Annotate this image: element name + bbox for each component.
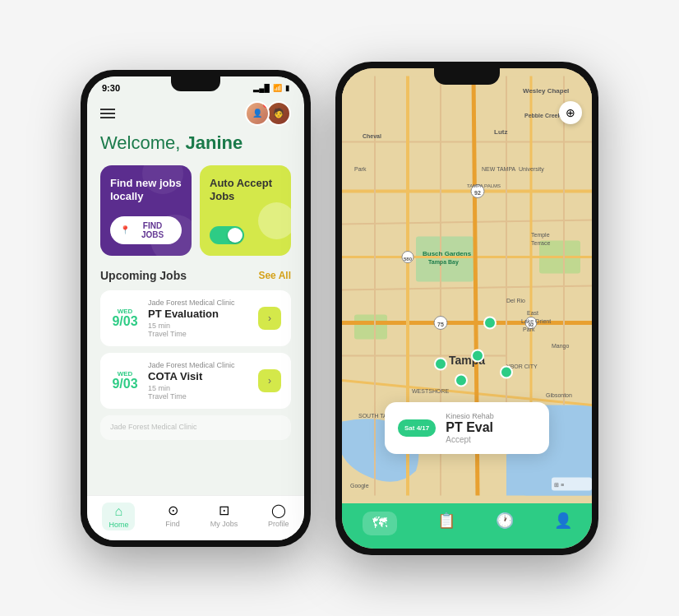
home-icon: ⌂ [115, 504, 123, 519]
map-bottom-nav: 🗺 📋 🕐 👤 [342, 503, 592, 549]
map-nav-history[interactable]: 🕐 [496, 512, 514, 535]
job-title-1: PT Evaluation [148, 308, 250, 320]
see-all-button[interactable]: See All [258, 270, 291, 281]
map-area[interactable]: 75 92 580 92 Wesley Chapel Cheval Lutz P… [342, 68, 592, 503]
cards-row: Find new jobs locally 📍 FIND JOBS Auto A… [100, 165, 291, 256]
svg-text:University: University [519, 165, 544, 172]
upcoming-header: Upcoming Jobs See All [100, 269, 291, 282]
job-clinic-2: Jade Forest Medical Clinic [148, 361, 250, 369]
svg-point-55 [435, 358, 446, 369]
svg-text:Terrace: Terrace [531, 239, 550, 245]
map-job-card[interactable]: Sat 4/17 Kinesio Rehab PT Eval Accept [385, 402, 549, 454]
phone-2: 75 92 580 92 Wesley Chapel Cheval Lutz P… [335, 62, 598, 555]
job-item-2: WED 9/03 Jade Forest Medical Clinic COTA… [100, 353, 291, 409]
svg-text:⊞ ≡: ⊞ ≡ [554, 481, 564, 487]
find-jobs-card: Find new jobs locally 📍 FIND JOBS [100, 165, 192, 256]
welcome-heading: Welcome, Janine [100, 132, 291, 154]
upcoming-title: Upcoming Jobs [100, 269, 187, 282]
svg-point-52 [455, 374, 467, 386]
auto-accept-toggle[interactable] [210, 226, 244, 244]
nav-profile[interactable]: ◯ Profile [268, 503, 289, 530]
map-icon: 🗺 [372, 515, 387, 532]
job-item-3: Jade Forest Medical Clinic [100, 415, 291, 440]
map-nav-profile[interactable]: 👤 [554, 512, 572, 535]
nav-myjobs-label: My Jobs [210, 520, 238, 528]
job-info-3: Jade Forest Medical Clinic [110, 423, 281, 432]
map-profile-icon: 👤 [554, 512, 572, 530]
notch-2 [434, 68, 500, 85]
nav-home-label: Home [109, 521, 128, 529]
wifi-icon: 📶 [273, 84, 282, 92]
svg-text:NEW TAMPA: NEW TAMPA [482, 165, 516, 171]
status-icons: ▂▄█ 📶 ▮ [253, 84, 289, 92]
phone-1: 9:30 ▂▄█ 📶 ▮ 👤 [81, 70, 311, 547]
battery-icon: ▮ [285, 84, 289, 92]
nav-find-label: Find [165, 520, 180, 528]
svg-text:Wesley Chapel: Wesley Chapel [523, 86, 569, 94]
svg-text:580: 580 [404, 256, 413, 261]
svg-text:75: 75 [437, 321, 444, 327]
phone-content: Welcome, Janine Find new jobs locally 📍 … [87, 132, 304, 495]
svg-text:Busch Gardens: Busch Gardens [423, 249, 472, 257]
menu-icon[interactable] [100, 106, 115, 121]
map-nav-jobs[interactable]: 📋 [437, 512, 455, 535]
svg-text:Cheval: Cheval [363, 132, 381, 138]
svg-text:Temple: Temple [531, 231, 550, 238]
phone-header: 👤 🧑 [87, 96, 304, 132]
nav-profile-label: Profile [268, 520, 289, 528]
avatar-group: 👤 🧑 [245, 101, 291, 126]
map-card-clinic: Kinesio Rehab [446, 412, 494, 420]
welcome-name: Janine [186, 132, 243, 153]
myjobs-icon: ⊡ [219, 503, 229, 518]
job-title-2: COTA Visit [148, 370, 250, 382]
job-datenum-2: 9/03 [110, 377, 140, 391]
avatar-2: 🧑 [266, 101, 291, 126]
svg-text:Gibsonton: Gibsonton [546, 391, 572, 397]
job-arrow-2[interactable]: › [258, 369, 281, 392]
svg-point-54 [501, 366, 512, 377]
find-jobs-title: Find new jobs locally [110, 177, 182, 205]
map-nav-map[interactable]: 🗺 [363, 512, 397, 535]
svg-text:WESTSHORE: WESTSHORE [412, 387, 449, 393]
svg-text:TAMPA PALMS: TAMPA PALMS [467, 183, 501, 188]
nav-home[interactable]: ⌂ Home [102, 503, 135, 530]
job-clinic-3: Jade Forest Medical Clinic [110, 423, 281, 431]
nav-myjobs[interactable]: ⊡ My Jobs [210, 503, 238, 530]
job-travel-2: 15 minTravel Time [148, 384, 250, 401]
map-card-info: Kinesio Rehab PT Eval Accept [446, 412, 494, 444]
svg-text:Del Rio: Del Rio [506, 297, 525, 303]
find-jobs-button[interactable]: 📍 FIND JOBS [110, 216, 182, 244]
job-info-1: Jade Forest Medical Clinic PT Evaluation… [148, 299, 250, 338]
auto-accept-card: Auto Accept Jobs [200, 165, 291, 256]
job-arrow-1[interactable]: › [258, 307, 281, 330]
map-container: 75 92 580 92 Wesley Chapel Cheval Lutz P… [342, 68, 592, 503]
phone-2-screen: 75 92 580 92 Wesley Chapel Cheval Lutz P… [342, 68, 592, 549]
svg-text:Lake Orient: Lake Orient [521, 317, 551, 323]
scene: 9:30 ▂▄█ 📶 ▮ 👤 [64, 45, 615, 572]
find-icon: ⊙ [168, 503, 178, 518]
svg-rect-3 [354, 314, 387, 339]
svg-text:Mango: Mango [552, 342, 570, 349]
map-card-title: PT Eval [446, 420, 494, 435]
nav-find[interactable]: ⊙ Find [165, 503, 180, 530]
location-pin-icon: 📍 [120, 225, 130, 234]
job-travel-1: 15 minTravel Time [148, 322, 250, 338]
jobs-list-icon: 📋 [437, 512, 455, 530]
job-info-2: Jade Forest Medical Clinic COTA Visit 15… [148, 361, 250, 401]
notch [171, 76, 220, 91]
svg-text:Pebble Creek: Pebble Creek [524, 112, 561, 118]
map-card-accept[interactable]: Accept [446, 435, 494, 444]
job-date-2: WED 9/03 [110, 370, 140, 391]
phone-1-screen: 9:30 ▂▄█ 📶 ▮ 👤 [87, 76, 304, 540]
svg-text:Google: Google [350, 482, 369, 489]
find-jobs-btn-label: FIND JOBS [133, 221, 172, 239]
svg-text:92: 92 [474, 189, 481, 195]
profile-icon: ◯ [271, 503, 286, 518]
compass-button[interactable]: ⊕ [559, 101, 582, 124]
signal-icon: ▂▄█ [253, 84, 270, 92]
time-label: 9:30 [102, 83, 120, 93]
svg-text:Lutz: Lutz [494, 127, 507, 135]
svg-point-53 [484, 317, 496, 328]
welcome-greeting: Welcome, [100, 132, 186, 153]
job-clinic-1: Jade Forest Medical Clinic [148, 299, 250, 307]
